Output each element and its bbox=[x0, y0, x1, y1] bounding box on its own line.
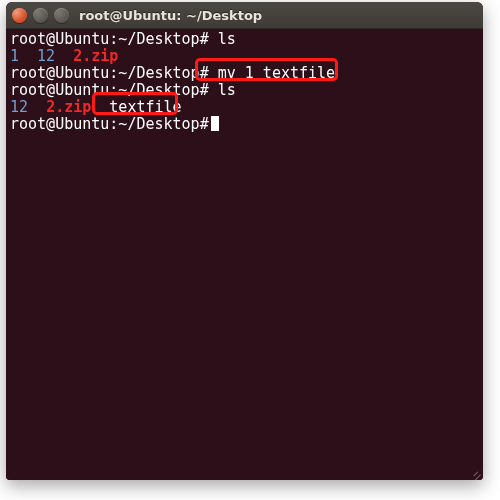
terminal-line: root@Ubuntu:~/Desktop# ls bbox=[10, 31, 479, 48]
prompt: root@Ubuntu:~/Desktop# bbox=[10, 81, 209, 99]
ls-entry: 2.zip bbox=[46, 98, 91, 116]
maximize-icon[interactable] bbox=[54, 8, 69, 23]
ls-entry: 1 bbox=[10, 47, 19, 65]
terminal-window: root@Ubuntu: ~/Desktop root@Ubuntu:~/Des… bbox=[6, 2, 483, 480]
ls-entry: 12 bbox=[37, 47, 55, 65]
window-controls bbox=[12, 8, 69, 23]
ls-entry: textfile bbox=[109, 98, 181, 116]
resize-handle-icon[interactable] bbox=[467, 464, 481, 478]
terminal-line: root@Ubuntu:~/Desktop# bbox=[10, 116, 479, 133]
terminal-body[interactable]: root@Ubuntu:~/Desktop# ls 1 12 2.zip roo… bbox=[6, 29, 483, 480]
command: mv 1 textfile bbox=[218, 64, 335, 82]
prompt: root@Ubuntu:~/Desktop# bbox=[10, 64, 209, 82]
command: ls bbox=[218, 81, 236, 99]
minimize-icon[interactable] bbox=[33, 8, 48, 23]
terminal-line: 1 12 2.zip bbox=[10, 48, 479, 65]
prompt: root@Ubuntu:~/Desktop# bbox=[10, 30, 209, 48]
prompt: root@Ubuntu:~/Desktop# bbox=[10, 115, 209, 133]
close-icon[interactable] bbox=[12, 8, 27, 23]
ls-entry: 2.zip bbox=[73, 47, 118, 65]
terminal-line: 12 2.zip textfile bbox=[10, 99, 479, 116]
window-title: root@Ubuntu: ~/Desktop bbox=[69, 8, 477, 23]
command: ls bbox=[218, 30, 236, 48]
terminal-line: root@Ubuntu:~/Desktop# mv 1 textfile bbox=[10, 65, 479, 82]
terminal-line: root@Ubuntu:~/Desktop# ls bbox=[10, 82, 479, 99]
ls-entry: 12 bbox=[10, 98, 28, 116]
cursor-icon bbox=[211, 116, 219, 131]
titlebar[interactable]: root@Ubuntu: ~/Desktop bbox=[6, 2, 483, 29]
